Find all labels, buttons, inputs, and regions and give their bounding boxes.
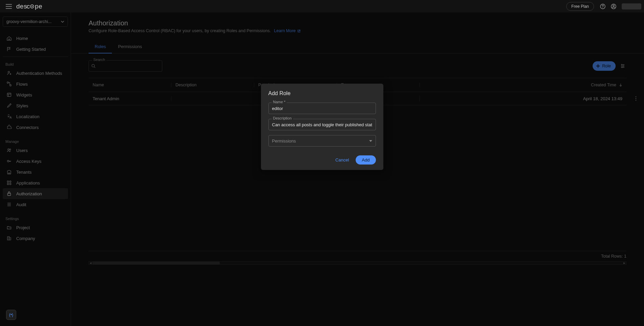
top-placeholder xyxy=(622,3,641,9)
modal-backdrop[interactable]: Add Role Name * Description Permissions … xyxy=(0,13,644,326)
svg-point-1 xyxy=(32,6,33,7)
menu-toggle[interactable] xyxy=(3,0,15,13)
brand-logo[interactable]: desc pe xyxy=(16,3,42,10)
free-plan-button[interactable]: Free Plan xyxy=(566,2,594,11)
permissions-select[interactable]: Permissions xyxy=(268,135,376,147)
help-icon[interactable] xyxy=(598,2,607,11)
svg-point-5 xyxy=(613,5,614,6)
top-bar: desc pe Free Plan xyxy=(0,0,644,13)
add-role-modal: Add Role Name * Description Permissions … xyxy=(261,84,383,170)
role-name-input[interactable] xyxy=(268,103,376,114)
cancel-button[interactable]: Cancel xyxy=(331,155,354,165)
modal-title: Add Role xyxy=(268,90,376,96)
caret-down-icon xyxy=(369,140,372,142)
role-description-input[interactable] xyxy=(268,119,376,130)
description-label: Description xyxy=(272,116,293,120)
account-icon[interactable] xyxy=(609,2,618,11)
svg-point-3 xyxy=(602,7,603,8)
name-label: Name * xyxy=(272,100,287,104)
chat-widget[interactable]: (•) xyxy=(6,310,16,320)
add-button[interactable]: Add xyxy=(356,155,376,165)
